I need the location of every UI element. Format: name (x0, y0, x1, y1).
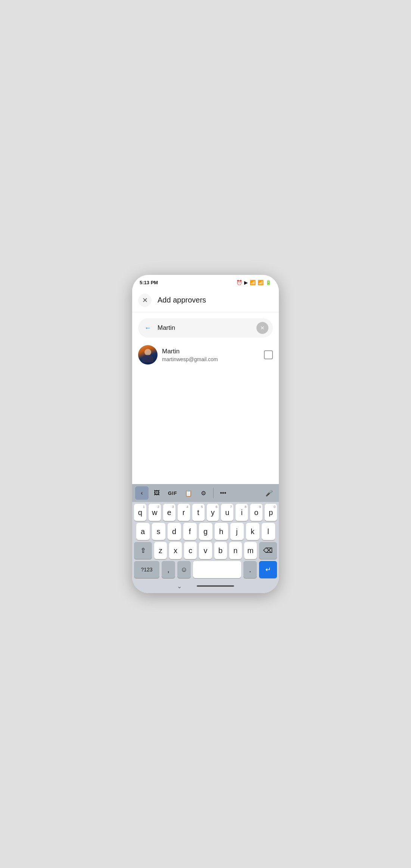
enter-button[interactable]: ↵ (259, 561, 277, 578)
num-sym-label: ?123 (141, 567, 152, 572)
key-label-n: n (233, 547, 237, 554)
clipboard-button[interactable]: 📋 (182, 486, 195, 500)
backspace-button[interactable]: ⌫ (259, 542, 277, 559)
more-button[interactable]: ••• (217, 486, 230, 500)
close-button[interactable]: ✕ (138, 294, 152, 307)
settings-button[interactable]: ⚙ (197, 486, 210, 500)
key-h[interactable]: h (215, 523, 228, 540)
key-i[interactable]: 8 i (236, 504, 248, 521)
key-s[interactable]: s (152, 523, 165, 540)
emoji-button[interactable]: ☺ (177, 561, 191, 578)
key-num-1: 1 (143, 505, 145, 509)
key-k[interactable]: k (246, 523, 259, 540)
keyboard-back-button[interactable]: ‹ (135, 486, 149, 500)
shift-button[interactable]: ⇧ (134, 542, 152, 559)
key-label-p: p (269, 509, 273, 516)
space-button[interactable] (193, 561, 241, 578)
key-u[interactable]: 7 u (221, 504, 233, 521)
key-label-z: z (159, 547, 162, 554)
period-label: . (249, 566, 251, 573)
list-item[interactable]: Martin martinwesp@gmail.com (132, 341, 279, 369)
gif-button[interactable]: GIF (165, 486, 180, 500)
avatar (138, 345, 158, 365)
bottom-nav: ⌄ (132, 580, 279, 592)
wifi-icon: 📶 (250, 280, 256, 285)
key-y[interactable]: 6 y (207, 504, 219, 521)
clipboard-icon: 📋 (185, 490, 192, 497)
back-arrow-icon: ← (144, 324, 151, 332)
key-l[interactable]: l (262, 523, 275, 540)
chevron-down-icon: ⌄ (177, 583, 182, 590)
key-m[interactable]: m (244, 542, 257, 559)
key-e[interactable]: 3 e (163, 504, 175, 521)
key-row-1: 1 q 2 w 3 e 4 r 5 t 6 y (132, 502, 279, 521)
result-list: Martin martinwesp@gmail.com (132, 341, 279, 484)
key-p[interactable]: 0 p (265, 504, 277, 521)
mic-icon: 🎤 (265, 490, 273, 497)
period-button[interactable]: . (243, 561, 257, 578)
key-row-3: ⇧ z x c v b n m ⌫ (132, 540, 279, 559)
key-label-y: y (211, 509, 215, 516)
key-label-x: x (174, 547, 177, 554)
key-label-u: u (225, 509, 229, 516)
comma-button[interactable]: , (162, 561, 175, 578)
battery-icon: 🔋 (265, 280, 271, 285)
key-x[interactable]: x (169, 542, 182, 559)
keyboard-back-icon: ‹ (141, 490, 143, 496)
result-email: martinwesp@gmail.com (162, 356, 259, 362)
key-label-r: r (183, 509, 185, 516)
signal-icon: 📶 (258, 280, 264, 285)
key-label-q: q (138, 509, 142, 516)
shift-icon: ⇧ (140, 546, 146, 555)
key-w[interactable]: 2 w (149, 504, 161, 521)
key-label-v: v (203, 547, 207, 554)
alarm-icon: ⏰ (236, 280, 242, 285)
key-b[interactable]: b (214, 542, 227, 559)
key-j[interactable]: j (230, 523, 244, 540)
page-title: Add approvers (158, 296, 206, 304)
comma-label: , (167, 566, 169, 573)
sticker-button[interactable]: 🖼 (150, 486, 164, 500)
key-label-f: f (189, 528, 191, 535)
key-num-4: 4 (187, 505, 189, 509)
key-num-8: 8 (245, 505, 246, 509)
key-num-7: 7 (230, 505, 232, 509)
select-checkbox[interactable] (264, 350, 273, 359)
key-row-4: ?123 , ☺ . ↵ (132, 559, 279, 580)
bluetooth-icon: ▶ (244, 280, 248, 285)
status-icons: ⏰ ▶ 📶 📶 🔋 (236, 280, 271, 285)
key-num-6: 6 (215, 505, 217, 509)
more-icon: ••• (220, 490, 226, 496)
status-bar: 5:13 PM ⏰ ▶ 📶 📶 🔋 (132, 275, 279, 288)
key-g[interactable]: g (199, 523, 212, 540)
key-a[interactable]: a (136, 523, 150, 540)
key-q[interactable]: 1 q (134, 504, 146, 521)
key-f[interactable]: f (183, 523, 197, 540)
key-label-s: s (157, 528, 161, 535)
search-bar: ← ✕ (138, 318, 273, 338)
clear-icon: ✕ (260, 325, 265, 331)
status-time: 5:13 PM (140, 280, 158, 285)
key-num-0: 0 (274, 505, 275, 509)
backspace-icon: ⌫ (263, 546, 273, 555)
key-label-i: i (241, 509, 243, 516)
key-v[interactable]: v (199, 542, 212, 559)
key-o[interactable]: 9 o (250, 504, 262, 521)
key-c[interactable]: c (184, 542, 197, 559)
key-d[interactable]: d (168, 523, 181, 540)
keyboard: ‹ 🖼 GIF 📋 ⚙ ••• 🎤 (132, 484, 279, 593)
key-t[interactable]: 5 t (192, 504, 205, 521)
key-label-l: l (267, 528, 269, 535)
search-back-button[interactable]: ← (141, 321, 155, 335)
keyboard-toolbar: ‹ 🖼 GIF 📋 ⚙ ••• 🎤 (132, 484, 279, 502)
search-input[interactable] (158, 324, 253, 332)
num-sym-button[interactable]: ?123 (134, 561, 159, 578)
app-header: ✕ Add approvers (132, 288, 279, 312)
settings-icon: ⚙ (201, 490, 206, 497)
key-n[interactable]: n (229, 542, 242, 559)
key-label-c: c (189, 547, 192, 554)
search-clear-button[interactable]: ✕ (256, 322, 268, 334)
key-r[interactable]: 4 r (178, 504, 190, 521)
key-z[interactable]: z (154, 542, 167, 559)
mic-button[interactable]: 🎤 (262, 486, 276, 500)
